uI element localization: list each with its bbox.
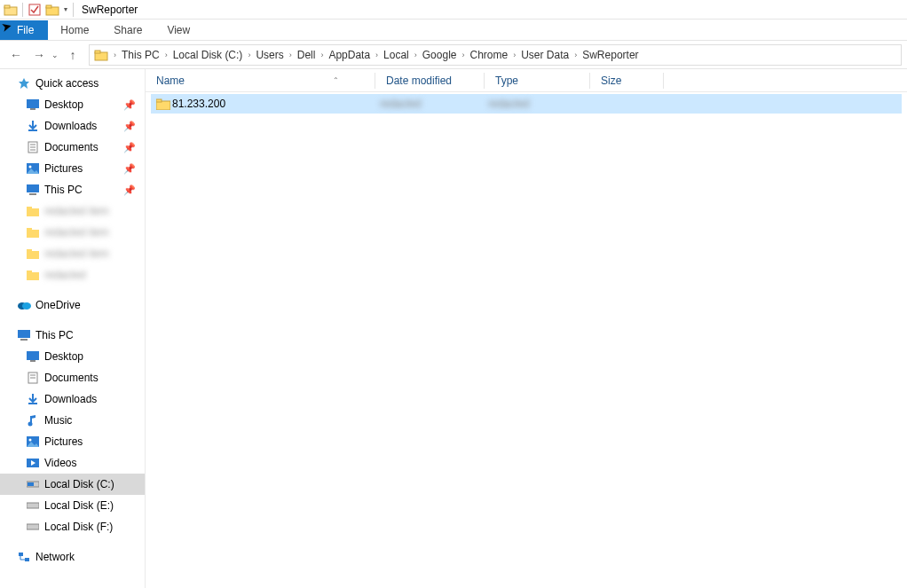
col-name[interactable]: Name ⌃ (146, 74, 375, 87)
pc-downloads[interactable]: Downloads (0, 388, 145, 410)
main: Quick access Desktop 📌 Downloads 📌 Docum… (0, 69, 907, 588)
folder-small-icon[interactable] (45, 3, 59, 17)
chevron-right-icon[interactable]: › (162, 51, 170, 59)
forward-button[interactable]: → (28, 44, 50, 66)
svg-rect-45 (25, 558, 29, 561)
file-list: Name ⌃ Date modified Type Size 81.233.20… (146, 69, 907, 588)
divider (22, 3, 23, 17)
pc-disk-c[interactable]: Local Disk (C:) (0, 474, 145, 495)
svg-rect-42 (27, 503, 39, 508)
col-type[interactable]: Type (485, 74, 589, 87)
tab-view[interactable]: View (154, 20, 202, 40)
address-bar[interactable]: › This PC › Local Disk (C:) › Users › De… (89, 44, 902, 66)
nav-row: ← → ⌄ ↑ › This PC › Local Disk (C:) › Us… (0, 41, 907, 69)
disk-icon (25, 480, 41, 489)
svg-rect-22 (27, 251, 39, 259)
svg-point-27 (22, 302, 31, 310)
svg-point-38 (29, 439, 32, 442)
quick-access[interactable]: Quick access (0, 73, 145, 94)
svg-rect-23 (27, 249, 32, 252)
qa-downloads[interactable]: Downloads 📌 (0, 115, 145, 137)
documents-icon (25, 141, 41, 153)
svg-rect-21 (27, 228, 32, 231)
col-date[interactable]: Date modified (375, 74, 484, 87)
crumb[interactable]: Google (420, 49, 460, 61)
pc-disk-e[interactable]: Local Disk (E:) (0, 495, 145, 516)
disk-icon (25, 522, 41, 531)
divider (73, 3, 74, 17)
tab-home[interactable]: Home (48, 20, 101, 40)
documents-icon (25, 372, 41, 384)
svg-rect-43 (27, 524, 39, 529)
qat-dropdown-icon[interactable]: ▾ (64, 5, 67, 13)
column-headers: Name ⌃ Date modified Type Size (146, 69, 907, 92)
svg-rect-28 (18, 330, 30, 338)
properties-qat-icon[interactable] (28, 3, 42, 17)
qa-item-blurred[interactable]: redacted item (0, 243, 145, 264)
this-pc[interactable]: This PC (0, 325, 145, 346)
title-bar: ▾ SwReporter (0, 0, 907, 20)
chevron-right-icon[interactable]: › (412, 51, 420, 59)
crumb[interactable]: SwReporter (580, 49, 641, 61)
crumb[interactable]: Local Disk (C:) (170, 49, 246, 61)
crumb[interactable]: Dell (295, 49, 319, 61)
chevron-right-icon[interactable]: › (373, 51, 381, 59)
qa-thispc[interactable]: This PC 📌 (0, 179, 145, 200)
crumb[interactable]: Chrome (467, 49, 510, 61)
folder-icon (25, 206, 41, 216)
chevron-right-icon[interactable]: › (572, 51, 580, 59)
pc-videos[interactable]: Videos (0, 452, 145, 474)
qa-item-blurred[interactable]: redacted (0, 264, 145, 286)
crumb[interactable]: Local (381, 49, 412, 61)
up-button[interactable]: ↑ (62, 44, 83, 66)
pictures-icon (25, 436, 41, 447)
tab-share[interactable]: Share (101, 20, 154, 40)
chevron-right-icon[interactable]: › (318, 51, 326, 59)
crumb[interactable]: This PC (119, 49, 162, 61)
folder-icon (25, 270, 41, 280)
chevron-right-icon[interactable]: › (245, 51, 253, 59)
disk-icon (25, 501, 41, 510)
pc-pictures[interactable]: Pictures (0, 431, 145, 452)
back-button[interactable]: ← (5, 44, 27, 66)
chevron-right-icon[interactable]: › (459, 51, 467, 59)
svg-rect-25 (27, 270, 32, 273)
onedrive-icon (16, 301, 32, 310)
chevron-right-icon[interactable]: › (111, 51, 119, 59)
file-row[interactable]: 81.233.200 redacted redacted (151, 94, 902, 114)
svg-point-36 (28, 422, 33, 427)
qa-pictures[interactable]: Pictures 📌 (0, 158, 145, 179)
pc-disk-f[interactable]: Local Disk (F:) (0, 516, 145, 537)
pc-desktop[interactable]: Desktop (0, 346, 145, 367)
music-icon (25, 414, 41, 427)
star-icon (16, 77, 32, 90)
qa-item-blurred[interactable]: redacted item (0, 222, 145, 243)
chevron-right-icon[interactable]: › (287, 51, 295, 59)
pin-icon: 📌 (123, 184, 136, 196)
crumb[interactable]: AppData (326, 49, 373, 61)
qa-desktop[interactable]: Desktop 📌 (0, 94, 145, 115)
svg-rect-17 (29, 193, 36, 195)
pc-documents[interactable]: Documents (0, 367, 145, 388)
recent-dropdown-icon[interactable]: ⌄ (51, 51, 59, 59)
qa-item-blurred[interactable]: redacted item (0, 200, 145, 222)
qa-documents[interactable]: Documents 📌 (0, 137, 145, 158)
crumb[interactable]: User Data (518, 49, 572, 61)
thispc-icon (16, 330, 32, 341)
divider[interactable] (663, 73, 664, 89)
svg-point-15 (29, 166, 32, 169)
svg-rect-19 (27, 207, 32, 209)
pictures-icon (25, 163, 41, 174)
col-size[interactable]: Size (590, 74, 663, 87)
network[interactable]: Network (0, 546, 145, 568)
navigation-pane[interactable]: Quick access Desktop 📌 Downloads 📌 Docum… (0, 69, 146, 588)
pin-icon: 📌 (123, 142, 136, 153)
pin-icon: 📌 (123, 99, 136, 111)
chevron-right-icon[interactable]: › (510, 51, 518, 59)
downloads-icon (25, 120, 41, 132)
file-type: redacted (488, 98, 593, 110)
svg-rect-30 (27, 351, 39, 360)
pc-music[interactable]: Music (0, 410, 145, 431)
crumb[interactable]: Users (253, 49, 286, 61)
onedrive[interactable]: OneDrive (0, 294, 145, 316)
